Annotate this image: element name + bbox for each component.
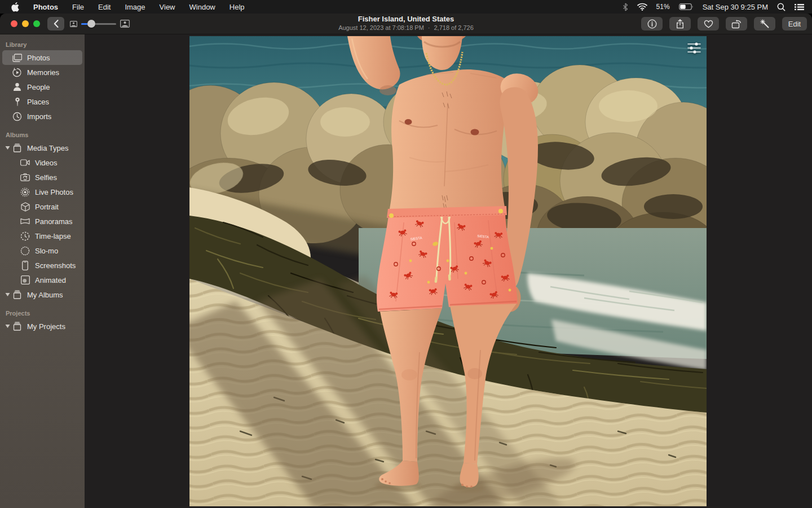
photos-window: Fisher Island, United States August 12, …	[0, 14, 812, 508]
menu-edit[interactable]: Edit	[98, 3, 111, 11]
menu-help[interactable]: Help	[230, 3, 245, 11]
sidebar-item-media-types[interactable]: Media Types	[2, 141, 82, 155]
adjustments-sliders-icon	[687, 42, 701, 54]
sidebar-item-label: My Albums	[27, 291, 63, 299]
back-button[interactable]	[47, 17, 64, 30]
separator-dot: ·	[428, 24, 430, 31]
heart-icon	[704, 20, 713, 28]
rotate-button[interactable]	[726, 17, 747, 30]
person-icon	[12, 82, 22, 92]
sidebar-item-label: Media Types	[27, 144, 68, 152]
sidebar-item-time-lapse[interactable]: Time-lapse	[2, 229, 82, 243]
sidebar-item-label: Time-lapse	[35, 232, 71, 240]
wifi-icon[interactable]	[637, 3, 647, 11]
chevron-left-icon	[54, 20, 59, 28]
live-photos-icon	[20, 187, 30, 197]
map-pin-icon	[12, 97, 22, 107]
photos-icon	[12, 53, 22, 63]
projects-section-label: Projects	[0, 306, 85, 319]
sidebar-item-live-photos[interactable]: Live Photos	[2, 185, 82, 199]
photo-viewer-area: SIESTA SIESTA	[85, 34, 812, 508]
album-stack-icon	[12, 322, 22, 331]
album-stack-icon	[12, 290, 22, 300]
sidebar-item-places[interactable]: Places	[2, 94, 82, 109]
beach-photo[interactable]: SIESTA SIESTA	[189, 36, 707, 506]
sidebar-item-videos[interactable]: Videos	[2, 155, 82, 170]
sidebar-item-label: Screenshots	[35, 261, 76, 270]
sidebar-item-slo-mo[interactable]: Slo-mo	[2, 243, 82, 258]
info-icon	[647, 19, 657, 29]
menu-image[interactable]: Image	[125, 3, 145, 11]
menu-clock[interactable]: Sat Sep 30 9:25 PM	[703, 3, 768, 11]
minimize-window-button[interactable]	[22, 20, 29, 27]
library-section-label: Library	[0, 38, 85, 50]
clock-icon	[12, 112, 22, 121]
battery-percent: 51%	[656, 3, 670, 11]
slo-mo-icon	[20, 246, 30, 256]
sidebar-item-label: Places	[27, 98, 49, 106]
zoom-slider[interactable]	[81, 23, 116, 25]
apple-logo-icon[interactable]	[11, 2, 19, 12]
sidebar-item-label: Imports	[27, 112, 51, 121]
photo-canvas[interactable]: SIESTA SIESTA	[189, 36, 707, 506]
sidebar-item-imports[interactable]: Imports	[2, 109, 82, 124]
small-thumbnail-icon	[70, 21, 77, 27]
auto-enhance-button[interactable]	[754, 17, 775, 30]
sidebar-item-portrait[interactable]: Portrait	[2, 199, 82, 214]
sidebar-item-animated[interactable]: Animated	[2, 273, 82, 287]
menu-app-name[interactable]: Photos	[33, 3, 58, 11]
zoom-window-button[interactable]	[33, 20, 40, 27]
sidebar-item-label: Memories	[27, 68, 59, 77]
favorite-button[interactable]	[698, 17, 719, 30]
sidebar-item-label: My Projects	[27, 322, 65, 331]
adjustments-overlay-button[interactable]	[687, 42, 701, 56]
menu-bar: Photos File Edit Image View Window Help …	[0, 0, 812, 14]
share-button[interactable]	[669, 17, 691, 30]
albums-section-label: Albums	[0, 128, 85, 141]
sidebar-item-panoramas[interactable]: Panoramas	[2, 214, 82, 229]
disclosure-triangle-icon[interactable]	[5, 146, 10, 150]
selfie-camera-icon	[20, 173, 30, 182]
animated-icon	[20, 275, 30, 285]
sidebar-item-label: Photos	[27, 54, 50, 62]
sidebar-item-label: Selfies	[35, 173, 57, 182]
battery-icon[interactable]	[679, 3, 694, 10]
sidebar-item-my-albums[interactable]: My Albums	[2, 287, 82, 302]
info-button[interactable]	[641, 17, 663, 30]
time-lapse-icon	[20, 231, 30, 241]
menu-file[interactable]: File	[72, 3, 84, 11]
phone-icon	[20, 261, 30, 270]
sidebar-item-my-projects[interactable]: My Projects	[2, 319, 82, 334]
thumbnail-zoom-control	[70, 17, 130, 30]
zoom-slider-thumb[interactable]	[87, 20, 95, 28]
menu-view[interactable]: View	[160, 3, 175, 11]
disclosure-triangle-icon[interactable]	[5, 292, 10, 297]
sidebar-item-photos[interactable]: Photos	[2, 50, 82, 65]
sidebar-item-label: Slo-mo	[35, 247, 58, 255]
album-stack-icon	[12, 143, 22, 153]
sidebar-item-people[interactable]: People	[2, 80, 82, 94]
sidebar-item-label: Videos	[35, 159, 58, 167]
menu-window[interactable]: Window	[189, 3, 215, 11]
memories-icon	[12, 68, 22, 77]
sidebar-item-screenshots[interactable]: Screenshots	[2, 258, 82, 273]
video-camera-icon	[20, 158, 30, 168]
bluetooth-icon[interactable]	[623, 3, 628, 11]
disclosure-triangle-icon[interactable]	[5, 324, 10, 329]
sidebar-item-memories[interactable]: Memories	[2, 65, 82, 80]
sidebar-item-label: Animated	[35, 276, 66, 284]
cube-icon	[20, 202, 30, 212]
share-icon	[676, 19, 684, 29]
sidebar-item-selfies[interactable]: Selfies	[2, 170, 82, 185]
magic-wand-icon	[760, 19, 770, 29]
rotate-icon	[731, 19, 742, 29]
large-thumbnail-icon	[120, 20, 130, 28]
sidebar-item-label: Panoramas	[35, 217, 72, 226]
sidebar-item-label: Portrait	[35, 203, 59, 211]
list-menu-icon[interactable]	[795, 3, 804, 11]
edit-button[interactable]: Edit	[782, 17, 807, 30]
close-window-button[interactable]	[11, 20, 17, 27]
spotlight-search-icon[interactable]	[777, 3, 785, 11]
sidebar-item-label: People	[27, 83, 50, 91]
sidebar: Library Photos Memories People Places Im…	[0, 34, 85, 508]
